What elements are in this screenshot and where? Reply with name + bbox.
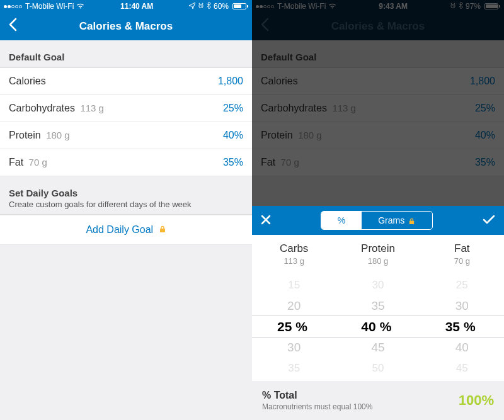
add-daily-goal-button[interactable]: Add Daily Goal bbox=[0, 215, 252, 245]
picker-wheels: 510152025%303540 2025303540%455055 15202… bbox=[252, 271, 504, 381]
picker-carbs[interactable]: 510152025%303540 bbox=[252, 271, 336, 381]
battery-pct: 60% bbox=[214, 2, 229, 11]
picker-option[interactable]: 45 bbox=[336, 336, 420, 357]
picker-option[interactable]: 30 bbox=[336, 274, 420, 295]
picker-option[interactable]: 40 bbox=[420, 336, 504, 357]
row-value: 25% bbox=[223, 103, 243, 114]
picker-option[interactable]: 30 bbox=[252, 336, 336, 357]
unit-segmented-control: % Grams bbox=[321, 211, 433, 230]
picker-option[interactable]: 40% bbox=[336, 315, 420, 336]
device-left: T-Mobile Wi-Fi 11:40 AM 60% Calories & M… bbox=[0, 0, 252, 420]
lock-icon bbox=[159, 224, 166, 232]
modal-toolbar: % Grams bbox=[252, 206, 504, 235]
row-calories[interactable]: Calories 1,800 bbox=[0, 68, 252, 95]
section-subtitle: Create custom goals for different days o… bbox=[9, 200, 243, 209]
carrier-label: T-Mobile Wi-Fi bbox=[25, 2, 74, 11]
location-arrow-icon bbox=[189, 2, 195, 11]
bluetooth-icon bbox=[207, 2, 211, 11]
total-value: 100% bbox=[459, 392, 494, 409]
col-protein-header: Protein 180 g bbox=[336, 242, 420, 266]
picker-option[interactable]: 25% bbox=[252, 315, 336, 336]
total-sub: Macronutrients must equal 100% bbox=[262, 402, 459, 411]
page-title: Calories & Macros bbox=[0, 20, 252, 33]
picker-headers: Carbs 113 g Protein 180 g Fat 70 g bbox=[252, 235, 504, 271]
clock: 11:40 AM bbox=[84, 2, 189, 11]
col-carbs-header: Carbs 113 g bbox=[252, 242, 336, 266]
row-label: Calories bbox=[9, 76, 218, 87]
empty-space bbox=[0, 245, 252, 409]
row-protein[interactable]: Protein 180 g 40% bbox=[0, 122, 252, 149]
picker-option[interactable]: 50 bbox=[336, 357, 420, 378]
macro-picker-modal: % Grams Carbs 113 g Protein 180 g bbox=[252, 206, 504, 420]
row-label: Protein 180 g bbox=[9, 130, 223, 141]
section-title: Set Daily Goals bbox=[9, 188, 77, 198]
status-bar: T-Mobile Wi-Fi 11:40 AM 60% bbox=[0, 0, 252, 13]
row-sublabel: 180 g bbox=[46, 130, 70, 140]
picker-option[interactable]: 35 bbox=[336, 295, 420, 315]
wifi-icon bbox=[76, 2, 84, 11]
close-button[interactable] bbox=[261, 213, 271, 228]
section-default-goal: Default Goal bbox=[0, 40, 252, 68]
row-value: 1,800 bbox=[218, 76, 243, 87]
picker-option[interactable]: 35% bbox=[420, 315, 504, 336]
content: Default Goal Calories 1,800 Carbohydrate… bbox=[0, 40, 252, 409]
row-label: Carbohydrates 113 g bbox=[9, 103, 223, 114]
nav-bar: Calories & Macros bbox=[0, 13, 252, 40]
total-row: % Total Macronutrients must equal 100% 1… bbox=[252, 381, 504, 420]
picker-option[interactable]: 25 bbox=[420, 274, 504, 295]
svg-rect-1 bbox=[160, 229, 165, 232]
device-right: T-Mobile Wi-Fi 9:43 AM 97% Calories & Ma… bbox=[252, 0, 504, 420]
add-daily-goal-label: Add Daily Goal bbox=[86, 224, 153, 235]
row-fat[interactable]: Fat 70 g 35% bbox=[0, 149, 252, 176]
row-value: 40% bbox=[223, 130, 243, 141]
battery-icon bbox=[231, 3, 248, 9]
row-label: Fat 70 g bbox=[9, 157, 223, 168]
confirm-button[interactable] bbox=[483, 213, 495, 228]
picker-protein[interactable]: 2025303540%455055 bbox=[336, 271, 420, 381]
picker-option[interactable]: 55 bbox=[336, 378, 420, 381]
picker-option[interactable]: 30 bbox=[420, 295, 504, 315]
lock-icon bbox=[408, 217, 416, 224]
total-label: % Total bbox=[262, 390, 459, 401]
row-carbs[interactable]: Carbohydrates 113 g 25% bbox=[0, 95, 252, 122]
tab-grams[interactable]: Grams bbox=[362, 212, 432, 229]
picker-option[interactable]: 15 bbox=[252, 274, 336, 295]
picker-option[interactable]: 20 bbox=[252, 295, 336, 315]
picker-option[interactable]: 50 bbox=[420, 378, 504, 381]
picker-option[interactable]: 40 bbox=[252, 378, 336, 381]
tab-percent[interactable]: % bbox=[321, 212, 362, 229]
svg-rect-3 bbox=[410, 221, 414, 225]
row-sublabel: 70 g bbox=[29, 157, 47, 167]
row-value: 35% bbox=[223, 157, 243, 168]
col-fat-header: Fat 70 g bbox=[420, 242, 504, 266]
signal-dots-icon bbox=[4, 2, 23, 11]
row-sublabel: 113 g bbox=[80, 103, 104, 113]
picker-option[interactable]: 35 bbox=[252, 357, 336, 378]
picker-option[interactable]: 45 bbox=[420, 357, 504, 378]
picker-fat[interactable]: 1520253035%404550 bbox=[420, 271, 504, 381]
section-daily-goals: Set Daily Goals Create custom goals for … bbox=[0, 176, 252, 215]
alarm-icon bbox=[198, 2, 204, 11]
